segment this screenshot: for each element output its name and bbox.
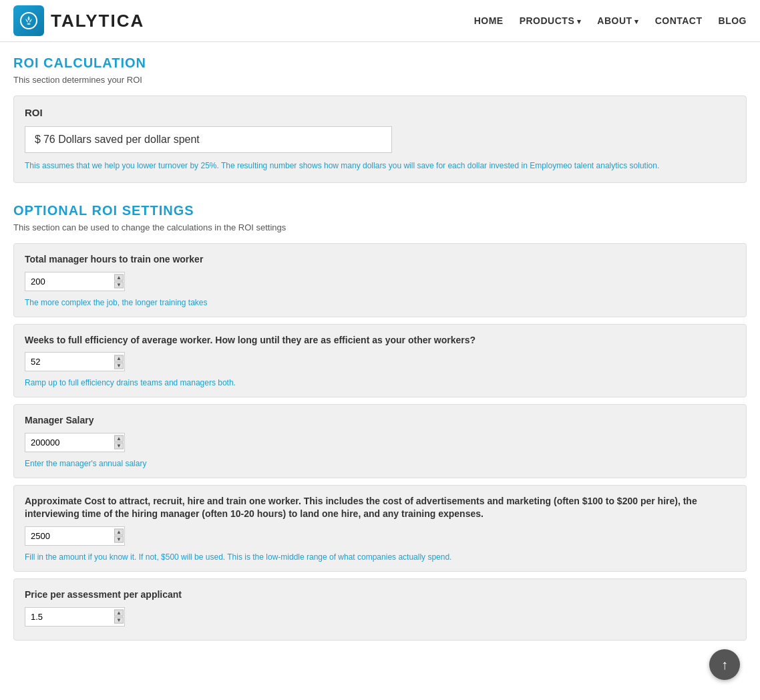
- setting-input-manager-salary[interactable]: [25, 433, 125, 452]
- setting-label-manager-salary: Manager Salary: [25, 414, 735, 427]
- spinner-down-manager-salary[interactable]: ▼: [114, 443, 124, 450]
- setting-input-manager-hours[interactable]: [25, 272, 125, 291]
- roi-section: ROI CALCULATION This section determines …: [13, 55, 747, 183]
- setting-input-wrap-manager-salary: ▲▼: [25, 433, 125, 452]
- spinner-down-weeks-efficiency[interactable]: ▼: [114, 362, 124, 369]
- spinner-manager-hours[interactable]: ▲▼: [114, 275, 124, 289]
- spinner-down-cost-attract[interactable]: ▼: [114, 536, 124, 543]
- spinner-price-assessment[interactable]: ▲▼: [114, 610, 124, 624]
- nav-contact[interactable]: CONTACT: [655, 15, 703, 26]
- setting-label-price-assessment: Price per assessment per applicant: [25, 588, 735, 602]
- setting-label-weeks-efficiency: Weeks to full efficiency of average work…: [25, 334, 735, 347]
- setting-hint-weeks-efficiency: Ramp up to full efficiency drains teams …: [25, 378, 735, 387]
- setting-card-weeks-efficiency: Weeks to full efficiency of average work…: [13, 324, 747, 398]
- setting-card-manager-salary: Manager Salary▲▼Enter the manager's annu…: [13, 404, 747, 478]
- roi-value-display: $ 76 Dollars saved per dollar spent: [25, 126, 392, 153]
- spinner-up-cost-attract[interactable]: ▲: [114, 529, 124, 536]
- spinner-up-price-assessment[interactable]: ▲: [114, 610, 124, 617]
- roi-section-title: ROI CALCULATION: [13, 55, 747, 71]
- setting-input-weeks-efficiency[interactable]: [25, 352, 125, 371]
- optional-settings-section: OPTIONAL ROI SETTINGS This section can b…: [13, 203, 747, 641]
- setting-card-cost-attract: Approximate Cost to attract, recruit, hi…: [13, 485, 747, 572]
- dollar-sign: $: [35, 134, 41, 146]
- setting-hint-manager-salary: Enter the manager's annual salary: [25, 459, 735, 468]
- brand-name: TALYTICA: [51, 11, 144, 31]
- roi-section-subtitle: This section determines your ROI: [13, 75, 747, 85]
- spinner-down-price-assessment[interactable]: ▼: [114, 617, 124, 624]
- scroll-top-icon: ↑: [721, 657, 728, 673]
- setting-input-wrap-manager-hours: ▲▼: [25, 272, 125, 291]
- setting-card-price-assessment: Price per assessment per applicant▲▼: [13, 578, 747, 641]
- optional-section-subtitle: This section can be used to change the c…: [13, 222, 747, 232]
- logo-icon: [13, 5, 44, 36]
- roi-box: ROI $ 76 Dollars saved per dollar spent …: [13, 96, 747, 183]
- roi-note: This assumes that we help you lower turn…: [25, 160, 735, 172]
- setting-input-wrap-cost-attract: ▲▼: [25, 526, 125, 546]
- main-nav: HOME PRODUCTS ABOUT CONTACT BLOG: [474, 15, 747, 26]
- setting-label-manager-hours: Total manager hours to train one worker: [25, 253, 735, 267]
- setting-input-price-assessment[interactable]: [25, 607, 125, 627]
- setting-label-cost-attract: Approximate Cost to attract, recruit, hi…: [25, 495, 735, 521]
- setting-card-manager-hours: Total manager hours to train one worker▲…: [13, 243, 747, 317]
- nav-home[interactable]: HOME: [474, 15, 504, 26]
- spinner-cost-attract[interactable]: ▲▼: [114, 529, 124, 543]
- setting-hint-cost-attract: Fill in the amount if you know it. If no…: [25, 552, 735, 562]
- setting-input-wrap-price-assessment: ▲▼: [25, 607, 125, 627]
- spinner-up-manager-salary[interactable]: ▲: [114, 435, 124, 442]
- setting-hint-manager-hours: The more complex the job, the longer tra…: [25, 298, 735, 307]
- settings-cards: Total manager hours to train one worker▲…: [13, 243, 747, 641]
- header: TALYTICA HOME PRODUCTS ABOUT CONTACT BLO…: [0, 0, 760, 42]
- spinner-down-manager-hours[interactable]: ▼: [114, 282, 124, 289]
- nav-blog[interactable]: BLOG: [719, 15, 747, 26]
- spinner-up-weeks-efficiency[interactable]: ▲: [114, 355, 124, 361]
- nav-about[interactable]: ABOUT: [597, 15, 638, 26]
- logo-area: TALYTICA: [13, 5, 144, 36]
- spinner-up-manager-hours[interactable]: ▲: [114, 275, 124, 281]
- roi-box-label: ROI: [25, 107, 735, 118]
- spinner-manager-salary[interactable]: ▲▼: [114, 435, 124, 450]
- main-content: ROI CALCULATION This section determines …: [0, 42, 760, 674]
- setting-input-cost-attract[interactable]: [25, 526, 125, 546]
- setting-input-wrap-weeks-efficiency: ▲▼: [25, 352, 125, 371]
- roi-value: 76 Dollars saved per dollar spent: [43, 134, 200, 146]
- optional-section-title: OPTIONAL ROI SETTINGS: [13, 203, 747, 218]
- spinner-weeks-efficiency[interactable]: ▲▼: [114, 355, 124, 369]
- nav-products[interactable]: PRODUCTS: [520, 15, 582, 26]
